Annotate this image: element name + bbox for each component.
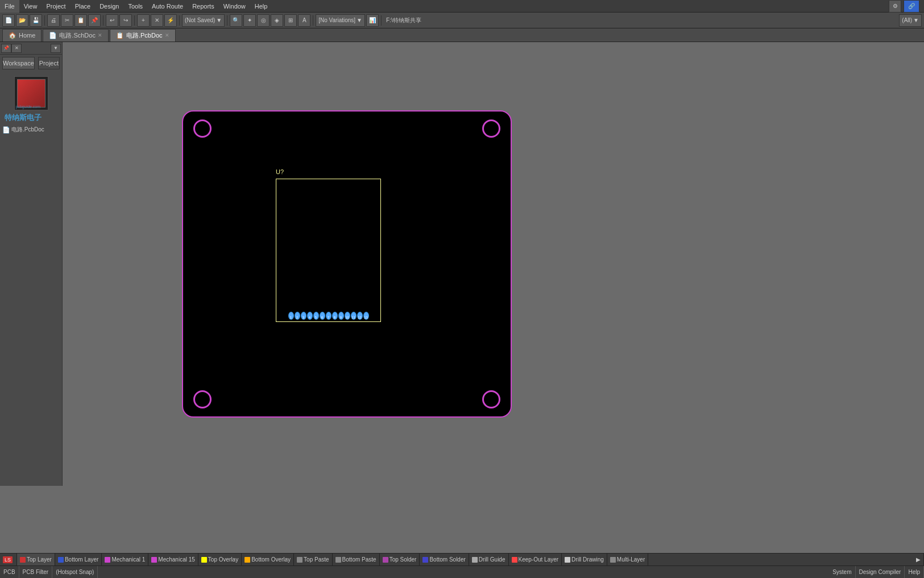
menu-place[interactable]: Place xyxy=(71,0,96,13)
layer-drill-drawing[interactable]: Drill Drawing xyxy=(562,554,607,565)
share-btn[interactable]: 🔗 xyxy=(904,0,919,13)
component-preview: pcbguide.com xyxy=(14,76,48,110)
toolbar-open[interactable]: 📂 xyxy=(16,14,28,27)
canvas-area[interactable]: U? 1 2 3 4 5 6 7 8 9 10 11 12 13 xyxy=(63,42,924,548)
toolbar: 📄 📂 💾 🖨 ✂ 📋 📌 ↩ ↪ + ✕ ⚡ (Not Saved) ▼ 🔍 … xyxy=(0,13,924,28)
corner-tr-circle xyxy=(482,119,500,138)
mech1-label: Mechanical 1 xyxy=(111,556,145,563)
menu-window[interactable]: Window xyxy=(219,0,250,13)
toolbar-plus[interactable]: + xyxy=(137,14,150,27)
menu-tools[interactable]: Tools xyxy=(123,0,147,13)
menu-autoroute[interactable]: Auto Route xyxy=(147,0,188,13)
pad-3[interactable]: 3 xyxy=(301,312,306,320)
tab-schdoc[interactable]: 📄 电路.SchDoc ✕ xyxy=(43,29,109,42)
pad-2[interactable]: 2 xyxy=(295,312,300,320)
bottompaste-color xyxy=(335,557,341,563)
toolbar-save[interactable]: 💾 xyxy=(30,14,42,27)
topsolder-color xyxy=(383,557,388,563)
layer-bottom[interactable]: Bottom Layer xyxy=(55,554,102,565)
layer-top[interactable]: Top Layer xyxy=(17,554,55,565)
close-schdoc-icon[interactable]: ✕ xyxy=(98,32,102,38)
toolbar-cross[interactable]: ✕ xyxy=(151,14,163,27)
panel-file-item[interactable]: 📄 电路.PcbDoc xyxy=(2,125,60,134)
close-pcbdoc-icon[interactable]: ✕ xyxy=(165,32,169,38)
layer-bottom-solder[interactable]: Bottom Solder xyxy=(420,554,469,565)
toolbar-var2[interactable]: 📊 xyxy=(366,14,379,27)
toolbar-m5[interactable]: ⊞ xyxy=(284,14,297,27)
tab-pcbdoc[interactable]: 📋 电路.PcbDoc ✕ xyxy=(110,29,176,42)
toolbar-cut[interactable]: ✂ xyxy=(61,14,73,27)
toolbar-sep6 xyxy=(313,15,313,26)
corner-br-circle xyxy=(482,390,500,408)
layer-bottom-paste[interactable]: Bottom Paste xyxy=(333,554,380,565)
menu-help[interactable]: Help xyxy=(250,0,272,13)
toppaste-label: Top Paste xyxy=(304,556,329,563)
menu-view[interactable]: View xyxy=(19,0,42,13)
workspace-button[interactable]: Workspace xyxy=(2,57,35,69)
pad-5[interactable]: 5 xyxy=(313,312,319,320)
pad-12[interactable]: 12 xyxy=(357,312,363,320)
status-pcb[interactable]: PCB xyxy=(0,566,19,578)
status-help[interactable]: Help xyxy=(905,566,924,578)
layer-keepout[interactable]: Keep-Out Layer xyxy=(509,554,562,565)
status-design-compiler[interactable]: Design Compiler xyxy=(856,566,905,578)
pad-7[interactable]: 7 xyxy=(326,312,332,320)
keepout-label: Keep-Out Layer xyxy=(519,556,559,563)
menu-file[interactable]: File xyxy=(0,0,19,13)
toolbar-route[interactable]: ⚡ xyxy=(164,14,177,27)
menu-project[interactable]: Project xyxy=(42,0,70,13)
pad-9[interactable]: 9 xyxy=(338,312,344,320)
layer-bottom-overlay[interactable]: Bottom Overlay xyxy=(242,554,294,565)
mech1-color xyxy=(105,557,110,563)
topsolder-label: Top Solder xyxy=(390,556,417,563)
layer-multi[interactable]: Multi-Layer xyxy=(607,554,648,565)
toolbar-m4[interactable]: ◈ xyxy=(271,14,283,27)
variations-dropdown[interactable]: [No Variations] ▼ xyxy=(316,14,365,27)
multi-label: Multi-Layer xyxy=(617,556,645,563)
toolbar-m1[interactable]: 🔍 xyxy=(230,14,242,27)
toolbar-new[interactable]: 📄 xyxy=(2,14,15,27)
component-ref-label: U? xyxy=(276,168,284,175)
filter-dropdown[interactable]: (All) ▼ xyxy=(899,14,922,27)
layer-scroll-right[interactable]: ▶ xyxy=(913,554,924,565)
panel-close-btn[interactable]: ✕ xyxy=(11,44,22,53)
pad-10[interactable]: 10 xyxy=(345,312,350,320)
layer-top-overlay[interactable]: Top Overlay xyxy=(198,554,242,565)
layer-drill-guide[interactable]: Drill Guide xyxy=(469,554,509,565)
save-state-dropdown[interactable]: (Not Saved) ▼ xyxy=(182,14,225,27)
layer-top-paste[interactable]: Top Paste xyxy=(294,554,332,565)
toolbar-copy[interactable]: 📋 xyxy=(74,14,87,27)
component-box: 1 2 3 4 5 6 7 8 9 10 11 12 13 xyxy=(276,179,381,322)
layer-top-solder[interactable]: Top Solder xyxy=(380,554,420,565)
path-display: F:\特纳斯共享 xyxy=(384,16,424,24)
toolbar-m3[interactable]: ◎ xyxy=(257,14,270,27)
toolbar-m6[interactable]: A xyxy=(298,14,310,27)
toolbar-undo[interactable]: ↩ xyxy=(106,14,118,27)
menu-design[interactable]: Design xyxy=(95,0,123,13)
layer-mech1[interactable]: Mechanical 1 xyxy=(102,554,148,565)
toolbar-m2[interactable]: ✦ xyxy=(243,14,256,27)
pad-4[interactable]: 4 xyxy=(307,312,313,320)
tab-home[interactable]: 🏠 Home xyxy=(2,29,42,42)
pad-11[interactable]: 11 xyxy=(351,312,357,320)
toolbar-redo[interactable]: ↪ xyxy=(119,14,132,27)
toolbar-print[interactable]: 🖨 xyxy=(47,14,60,27)
toolbar-paste[interactable]: 📌 xyxy=(88,14,101,27)
bottomsolder-color xyxy=(422,557,428,563)
toolbar-sep3 xyxy=(134,15,135,26)
menu-reports[interactable]: Reports xyxy=(188,0,219,13)
toolbar-extra-1[interactable]: ⚙ xyxy=(889,0,901,13)
panel-menu-btn[interactable]: ▼ xyxy=(51,44,61,53)
pad-1[interactable]: 1 xyxy=(288,312,294,320)
panel-pin-btn[interactable]: 📌 xyxy=(1,44,11,53)
project-button[interactable]: Project xyxy=(38,57,60,69)
layer-mech15[interactable]: Mechanical 15 xyxy=(148,554,198,565)
toppaste-color xyxy=(297,557,303,563)
bottomoverlay-color xyxy=(245,557,250,563)
layer-ls-badge[interactable]: LS xyxy=(0,554,17,565)
status-system[interactable]: System xyxy=(829,566,855,578)
status-pcb-filter[interactable]: PCB Filter xyxy=(19,566,53,578)
pad-8[interactable]: 8 xyxy=(332,312,338,320)
pad-13[interactable]: 13 xyxy=(363,312,369,320)
pad-6[interactable]: 6 xyxy=(320,312,325,320)
